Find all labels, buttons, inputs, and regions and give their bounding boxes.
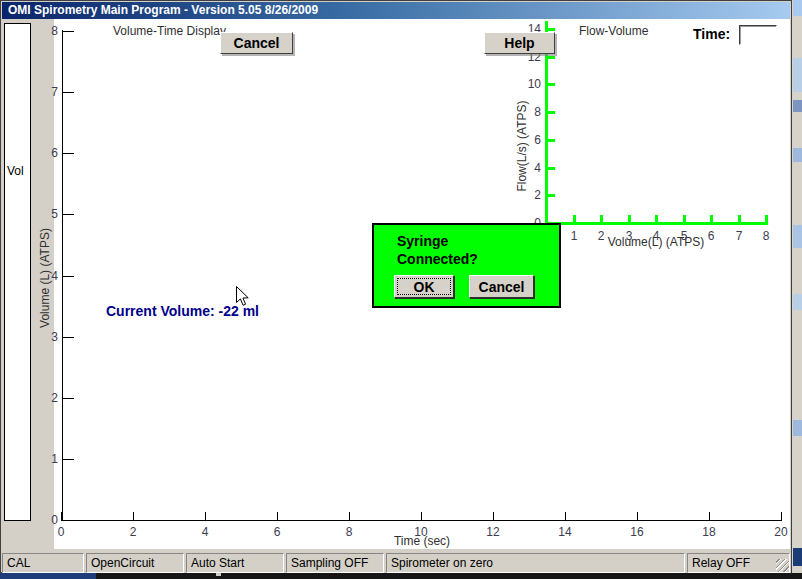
x-axis-tick bbox=[277, 512, 278, 520]
y-tick-label: 10 bbox=[509, 76, 541, 92]
background-fragment bbox=[793, 100, 802, 112]
x-axis-tick bbox=[628, 215, 631, 222]
x-tick-label: 8 bbox=[329, 524, 369, 540]
x-tick-label: 10 bbox=[401, 524, 441, 540]
app-window: OMI Spirometry Main Program - Version 5.… bbox=[0, 0, 792, 573]
x-axis-tick bbox=[683, 215, 686, 222]
time-input[interactable] bbox=[739, 25, 777, 45]
y-axis-tick bbox=[548, 194, 555, 197]
dialog-message-line1: Syringe bbox=[397, 232, 478, 250]
x-axis-tick bbox=[709, 512, 710, 520]
y-axis-tick bbox=[63, 459, 74, 460]
y-axis-tick bbox=[63, 520, 74, 521]
x-tick-label: 2 bbox=[113, 524, 153, 540]
y-tick-label: 4 bbox=[509, 160, 541, 176]
x-axis-tick bbox=[738, 215, 741, 222]
x-tick-label: 12 bbox=[473, 524, 513, 540]
background-fragment bbox=[793, 420, 802, 436]
x-tick-label: 16 bbox=[617, 524, 657, 540]
status-bar: CALOpenCircuitAuto StartSampling OFFSpir… bbox=[2, 552, 791, 574]
y-axis-tick bbox=[63, 276, 74, 277]
x-axis-tick bbox=[573, 215, 576, 222]
screen: OMI Spirometry Main Program - Version 5.… bbox=[0, 0, 802, 579]
status-panel-spirometer-on-zero: Spirometer on zero bbox=[386, 553, 685, 573]
background-window-strip bbox=[792, 0, 802, 579]
y-axis-tick bbox=[63, 92, 74, 93]
status-panel-auto-start: Auto Start bbox=[186, 553, 284, 573]
status-panel-relay-off: Relay OFF bbox=[687, 553, 790, 573]
y-tick-label: 5 bbox=[26, 206, 58, 222]
help-button[interactable]: Help bbox=[484, 32, 555, 54]
y-tick-label: 1 bbox=[26, 451, 58, 467]
y-axis-tick bbox=[548, 56, 555, 59]
x-tick-label: 4 bbox=[185, 524, 225, 540]
y-axis-tick bbox=[63, 214, 74, 215]
syringe-dialog: Syringe Connected? OK Cancel bbox=[372, 223, 561, 308]
y-axis-tick bbox=[63, 31, 74, 32]
y-axis-tick bbox=[548, 111, 555, 114]
x-tick-label: 0 bbox=[41, 524, 81, 540]
y-tick-label: 6 bbox=[26, 145, 58, 161]
y-tick-label: 3 bbox=[26, 329, 58, 345]
dialog-cancel-button[interactable]: Cancel bbox=[469, 275, 534, 298]
x-axis-tick bbox=[493, 512, 494, 520]
x-axis-tick bbox=[421, 512, 422, 520]
y-tick-label: 8 bbox=[509, 104, 541, 120]
x-axis-tick bbox=[133, 512, 134, 520]
x-axis-tick bbox=[781, 512, 782, 520]
y-tick-label: 4 bbox=[26, 268, 58, 284]
status-panel-sampling-off: Sampling OFF bbox=[286, 553, 384, 573]
x-axis-tick bbox=[637, 512, 638, 520]
background-fragment bbox=[793, 148, 802, 162]
y-tick-label: 2 bbox=[509, 187, 541, 203]
status-panel-opencircuit: OpenCircuit bbox=[86, 553, 184, 573]
background-fragment bbox=[793, 225, 802, 248]
dialog-ok-button[interactable]: OK bbox=[394, 275, 454, 298]
x-axis-tick bbox=[655, 215, 658, 222]
x-axis-tick bbox=[600, 215, 603, 222]
status-panel-cal: CAL bbox=[2, 553, 84, 573]
background-fragment bbox=[793, 294, 802, 310]
y-axis-tick bbox=[548, 167, 555, 170]
x-tick-label: 14 bbox=[545, 524, 585, 540]
x-axis-tick bbox=[565, 512, 566, 520]
cancel-button[interactable]: Cancel bbox=[220, 32, 293, 54]
y-tick-label: 2 bbox=[26, 390, 58, 406]
x-axis-tick bbox=[765, 215, 768, 222]
y-axis-tick bbox=[63, 153, 74, 154]
y-tick-label: 7 bbox=[26, 84, 58, 100]
x-tick-label: 6 bbox=[257, 524, 297, 540]
x-axis-tick bbox=[61, 512, 62, 520]
y-axis-tick bbox=[548, 139, 555, 142]
x-axis-tick bbox=[349, 512, 350, 520]
bottom-edge-segment bbox=[0, 573, 96, 579]
y-tick-label: 6 bbox=[509, 132, 541, 148]
y-tick-label: 8 bbox=[26, 23, 58, 39]
x-axis-line bbox=[545, 222, 768, 225]
x-axis-tick bbox=[710, 215, 713, 222]
y-axis-tick bbox=[63, 398, 74, 399]
bottom-edge-notch bbox=[216, 573, 221, 576]
background-fragment bbox=[793, 548, 802, 566]
y-axis-tick bbox=[63, 337, 74, 338]
x-axis-tick bbox=[205, 512, 206, 520]
mouse-cursor-icon bbox=[236, 286, 251, 307]
background-fragment bbox=[793, 58, 802, 92]
dialog-message: Syringe Connected? bbox=[397, 232, 478, 268]
y-axis-tick bbox=[548, 83, 555, 86]
x-axis-line bbox=[61, 520, 782, 521]
time-label: Time: bbox=[693, 26, 730, 42]
background-fragment bbox=[793, 0, 802, 16]
x-tick-label: 20 bbox=[761, 524, 801, 540]
x-tick-label: 18 bbox=[689, 524, 729, 540]
y-axis-tick bbox=[548, 28, 555, 31]
bottom-edge bbox=[0, 573, 802, 579]
x-tick-label: 8 bbox=[746, 228, 786, 244]
dialog-message-line2: Connected? bbox=[397, 250, 478, 268]
